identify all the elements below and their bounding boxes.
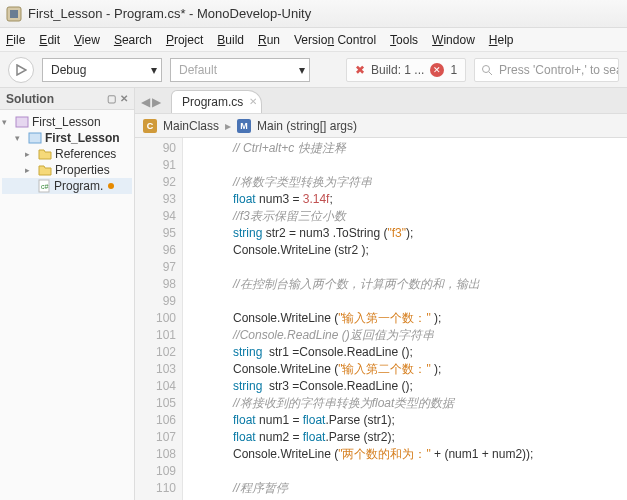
svg-text:c#: c# [41, 183, 49, 190]
panel-dock-icon[interactable]: ▢ [107, 93, 116, 104]
tree-label: First_Lesson [32, 115, 101, 129]
solution-tree: ▾ First_Lesson ▾ First_Lesson ▸ Referenc… [0, 110, 134, 198]
breadcrumb-method[interactable]: Main (string[] args) [257, 119, 357, 133]
tree-label: Program. [54, 179, 103, 193]
solution-header: Solution ▢ ✕ [0, 88, 134, 110]
menu-view[interactable]: View [74, 33, 100, 47]
svg-point-9 [108, 183, 114, 189]
menu-help[interactable]: Help [489, 33, 514, 47]
panel-controls: ▢ ✕ [107, 93, 128, 104]
svg-marker-2 [17, 65, 26, 75]
error-badge-icon: ✕ [430, 63, 444, 77]
nav-forward-icon[interactable]: ▶ [152, 95, 161, 109]
config-dropdown[interactable]: Debug ▾ [42, 58, 162, 82]
config-label: Debug [51, 63, 86, 77]
menu-project[interactable]: Project [166, 33, 203, 47]
tab-strip: ◀ ▶ Program.cs ✕ [135, 88, 627, 114]
chevron-down-icon: ▾ [151, 63, 157, 77]
search-icon [481, 64, 493, 76]
target-dropdown[interactable]: Default ▾ [170, 58, 310, 82]
toolbar: Debug ▾ Default ▾ ✖ Build: 1 ... ✕ 1 Pre… [0, 52, 627, 88]
tab-program[interactable]: Program.cs ✕ [171, 90, 262, 113]
expand-icon[interactable]: ▾ [2, 117, 12, 127]
expand-icon[interactable]: ▾ [15, 133, 25, 143]
expand-icon[interactable]: ▸ [25, 165, 35, 175]
run-button[interactable] [8, 57, 34, 83]
class-icon: C [143, 119, 157, 133]
build-status[interactable]: ✖ Build: 1 ... ✕ 1 [346, 58, 466, 82]
nav-arrows: ◀ ▶ [141, 95, 161, 113]
search-input[interactable]: Press 'Control+,' to sear [474, 58, 619, 82]
method-icon: M [237, 119, 251, 133]
menu-build[interactable]: Build [217, 33, 244, 47]
tree-solution-node[interactable]: ▾ First_Lesson [2, 114, 132, 130]
app-icon [6, 6, 22, 22]
menu-run[interactable]: Run [258, 33, 280, 47]
expand-icon[interactable]: ▸ [25, 149, 35, 159]
tree-label: Properties [55, 163, 110, 177]
tree-label: First_Lesson [45, 131, 120, 145]
tree-project-node[interactable]: ▾ First_Lesson [2, 130, 132, 146]
dirty-indicator-icon [106, 179, 116, 193]
build-status-label: Build: 1 ... [371, 63, 424, 77]
tree-references-node[interactable]: ▸ References [2, 146, 132, 162]
menu-window[interactable]: Window [432, 33, 475, 47]
breadcrumb-bar: C MainClass ▸ M Main (string[] args) [135, 114, 627, 138]
folder-icon [38, 163, 52, 177]
target-label: Default [179, 63, 217, 77]
tree-properties-node[interactable]: ▸ Properties [2, 162, 132, 178]
nav-back-icon[interactable]: ◀ [141, 95, 150, 109]
window-title: First_Lesson - Program.cs* - MonoDevelop… [28, 6, 311, 21]
svg-line-4 [489, 72, 492, 75]
menu-bar: File Edit View Search Project Build Run … [0, 28, 627, 52]
error-count: 1 [450, 63, 457, 77]
tree-file-node[interactable]: c# Program. [2, 178, 132, 194]
folder-icon [38, 147, 52, 161]
svg-rect-5 [16, 117, 28, 127]
code-text[interactable]: // Ctrl+alt+c 快捷注释 //将数字类型转换为字符串 float n… [183, 138, 627, 500]
tab-close-icon[interactable]: ✕ [249, 96, 257, 107]
project-icon [28, 131, 42, 145]
search-placeholder: Press 'Control+,' to sear [499, 63, 619, 77]
build-warning-icon: ✖ [355, 63, 365, 77]
breadcrumb-class[interactable]: MainClass [163, 119, 219, 133]
menu-search[interactable]: Search [114, 33, 152, 47]
solution-panel: Solution ▢ ✕ ▾ First_Lesson ▾ First_Less… [0, 88, 135, 500]
svg-rect-6 [29, 133, 41, 143]
breadcrumb-sep-icon: ▸ [225, 119, 231, 133]
menu-tools[interactable]: Tools [390, 33, 418, 47]
chevron-down-icon: ▾ [299, 63, 305, 77]
svg-rect-1 [10, 10, 18, 18]
menu-version-control[interactable]: Version Control [294, 33, 376, 47]
line-gutter: 9091929394959697989910010110210310410510… [135, 138, 183, 500]
solution-icon [15, 115, 29, 129]
menu-file[interactable]: File [6, 33, 25, 47]
svg-point-3 [483, 65, 490, 72]
csharp-file-icon: c# [37, 179, 51, 193]
tree-label: References [55, 147, 116, 161]
panel-close-icon[interactable]: ✕ [120, 93, 128, 104]
tab-label: Program.cs [182, 95, 243, 109]
code-editor[interactable]: 9091929394959697989910010110210310410510… [135, 138, 627, 500]
editor-area: ◀ ▶ Program.cs ✕ C MainClass ▸ M Main (s… [135, 88, 627, 500]
title-bar: First_Lesson - Program.cs* - MonoDevelop… [0, 0, 627, 28]
menu-edit[interactable]: Edit [39, 33, 60, 47]
solution-title: Solution [6, 92, 54, 106]
